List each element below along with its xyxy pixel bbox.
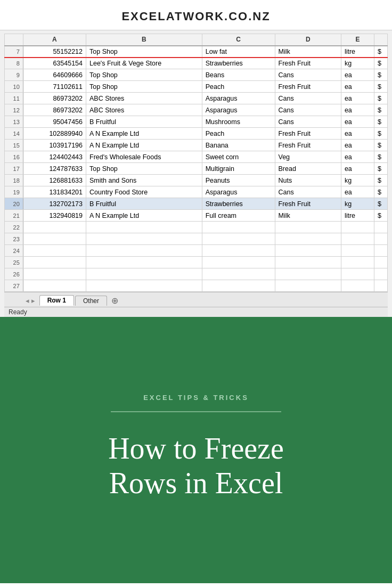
cell-e[interactable]: ea [341,81,374,93]
cell-f[interactable]: $ [374,69,388,81]
cell-b[interactable] [86,257,202,268]
cell-f[interactable]: $ [374,58,388,69]
cell-e[interactable]: litre [341,210,374,222]
tab-scroll-arrows[interactable]: ◂ ▸ [26,297,35,305]
cell-d[interactable] [275,233,341,245]
cell-e[interactable]: kg [341,58,374,69]
cell-b[interactable]: Country Food Store [86,186,202,198]
col-c-header[interactable]: C [202,34,275,46]
table-row[interactable]: 1395047456B FruitfulMushroomsCansea$ [5,116,388,128]
col-b-header[interactable]: B [86,34,202,46]
cell-a[interactable]: 126881633 [23,175,86,186]
table-row[interactable]: 16124402443Fred's Wholesale FoodsSweet c… [5,151,388,163]
cell-a[interactable]: 95047456 [23,116,86,128]
col-d-header[interactable]: D [275,34,341,46]
table-row[interactable]: 24 [5,245,388,257]
cell-d[interactable]: Milk [275,46,341,58]
cell-f[interactable]: $ [374,175,388,186]
cell-b[interactable] [86,245,202,257]
cell-c[interactable] [202,280,275,292]
table-row[interactable]: 19131834201Country Food StoreAsparagusCa… [5,186,388,198]
tab-row1[interactable]: Row 1 [39,295,74,306]
cell-b[interactable]: B Fruitful [86,198,202,210]
cell-d[interactable]: Bread [275,163,341,175]
cell-d[interactable] [275,280,341,292]
cell-f[interactable]: $ [374,163,388,175]
cell-a[interactable]: 132702173 [23,198,86,210]
cell-c[interactable]: Banana [202,140,275,151]
cell-e[interactable] [341,222,374,233]
cell-e[interactable]: kg [341,198,374,210]
cell-e[interactable] [341,233,374,245]
cell-c[interactable] [202,233,275,245]
cell-c[interactable]: Strawberries [202,198,275,210]
cell-b[interactable] [86,222,202,233]
cell-d[interactable]: Veg [275,151,341,163]
cell-f[interactable]: $ [374,186,388,198]
cell-f[interactable] [374,280,388,292]
cell-f[interactable] [374,222,388,233]
cell-a[interactable]: 86973202 [23,93,86,104]
cell-b[interactable]: A N Example Ltd [86,140,202,151]
cell-f[interactable]: $ [374,104,388,116]
cell-b[interactable]: Top Shop [86,46,202,58]
cell-d[interactable]: Cans [275,116,341,128]
cell-a[interactable]: 124787633 [23,163,86,175]
cell-c[interactable]: Strawberries [202,58,275,69]
cell-a[interactable]: 63545154 [23,58,86,69]
cell-e[interactable] [341,257,374,268]
cell-c[interactable]: Asparagus [202,104,275,116]
table-row[interactable]: 15103917196A N Example LtdBananaFresh Fr… [5,140,388,151]
table-row[interactable]: 755152212Top ShopLow fatMilklitre$ [5,46,388,58]
table-row[interactable]: 25 [5,257,388,268]
cell-a[interactable]: 102889940 [23,128,86,140]
cell-a[interactable]: 86973202 [23,104,86,116]
col-a-header[interactable]: A [23,34,86,46]
cell-c[interactable]: Peach [202,128,275,140]
cell-e[interactable] [341,245,374,257]
table-row[interactable]: 23 [5,233,388,245]
col-f-header[interactable] [374,34,388,46]
table-row[interactable]: 1071102611Top ShopPeachFresh Fruitea$ [5,81,388,93]
cell-d[interactable]: Nuts [275,175,341,186]
cell-d[interactable]: Fresh Fruit [275,58,341,69]
cell-b[interactable]: A N Example Ltd [86,210,202,222]
cell-d[interactable] [275,268,341,280]
cell-d[interactable]: Fresh Fruit [275,140,341,151]
cell-d[interactable]: Fresh Fruit [275,81,341,93]
cell-a[interactable] [23,245,86,257]
cell-b[interactable]: A N Example Ltd [86,128,202,140]
cell-e[interactable]: ea [341,69,374,81]
table-row[interactable]: 17124787633Top ShopMultigrainBreadea$ [5,163,388,175]
cell-d[interactable]: Fresh Fruit [275,198,341,210]
cell-b[interactable] [86,233,202,245]
cell-c[interactable] [202,222,275,233]
table-row[interactable]: 863545154Lee's Fruit & Vege StoreStrawbe… [5,58,388,69]
cell-c[interactable]: Mushrooms [202,116,275,128]
cell-f[interactable]: $ [374,198,388,210]
cell-a[interactable] [23,268,86,280]
cell-e[interactable]: ea [341,93,374,104]
cell-c[interactable]: Low fat [202,46,275,58]
cell-e[interactable]: ea [341,128,374,140]
cell-c[interactable]: Full cream [202,210,275,222]
table-row[interactable]: 20132702173B FruitfulStrawberriesFresh F… [5,198,388,210]
cell-a[interactable] [23,257,86,268]
cell-f[interactable]: $ [374,116,388,128]
tab-other[interactable]: Other [75,296,107,306]
cell-e[interactable]: litre [341,46,374,58]
cell-a[interactable]: 103917196 [23,140,86,151]
cell-b[interactable]: Top Shop [86,69,202,81]
cell-d[interactable]: Cans [275,104,341,116]
cell-f[interactable]: $ [374,81,388,93]
cell-d[interactable] [275,222,341,233]
cell-a[interactable] [23,222,86,233]
table-row[interactable]: 18126881633Smith and SonsPeanutsNutskg$ [5,175,388,186]
table-row[interactable]: 27 [5,280,388,292]
cell-a[interactable]: 124402443 [23,151,86,163]
cell-f[interactable]: $ [374,128,388,140]
cell-a[interactable]: 131834201 [23,186,86,198]
cell-c[interactable] [202,245,275,257]
cell-d[interactable] [275,257,341,268]
cell-e[interactable] [341,268,374,280]
